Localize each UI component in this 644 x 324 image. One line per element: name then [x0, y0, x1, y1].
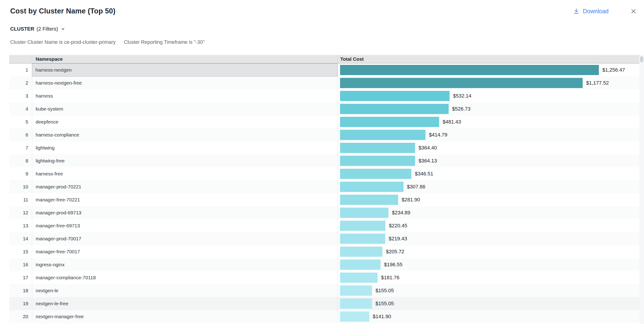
- filter-group-toggle[interactable]: CLUSTER (2 Filters): [10, 26, 66, 32]
- download-button[interactable]: Download: [573, 8, 608, 15]
- cost-value-label: $1,256.47: [602, 67, 625, 73]
- cost-bar: [340, 156, 415, 166]
- cost-bar: [340, 247, 382, 257]
- table-row[interactable]: 15 manager-free-70017 $205.72: [9, 245, 639, 258]
- total-cost-cell: $219.43: [338, 232, 639, 245]
- table-body: 1 harness-nextgen $1,256.47 2 harness-ne…: [9, 64, 639, 323]
- table-row[interactable]: 4 kube-system $526.73: [9, 102, 639, 115]
- filter-group-label: CLUSTER: [10, 26, 34, 32]
- total-cost-cell: $1,256.47: [338, 64, 639, 76]
- table-row[interactable]: 8 lightwing-free $364.13: [9, 154, 639, 167]
- table-row[interactable]: 6 harness-compliance $414.79: [9, 128, 639, 141]
- row-number-cell: 11: [9, 193, 32, 206]
- cost-value-label: $141.90: [373, 313, 391, 319]
- row-number-cell: 4: [9, 102, 32, 115]
- namespace-cell[interactable]: harness-free: [32, 167, 338, 180]
- namespace-cell[interactable]: lightwing: [32, 141, 338, 154]
- cost-value-label: $205.72: [386, 249, 404, 255]
- namespace-cell[interactable]: harness-compliance: [32, 128, 338, 141]
- namespace-cell[interactable]: nextgen-le-free: [32, 297, 338, 310]
- namespace-cell[interactable]: deepfence: [32, 115, 338, 128]
- cost-bar: [340, 78, 583, 88]
- table-row[interactable]: 5 deepfence $481.43: [9, 115, 639, 128]
- row-number-cell: 18: [9, 284, 32, 297]
- namespace-cell[interactable]: manager-free-70017: [32, 245, 338, 258]
- table-row[interactable]: 2 harness-nextgen-free $1,177.52: [9, 76, 639, 89]
- table-row[interactable]: 14 manager-prod-70017 $219.43: [9, 232, 639, 245]
- cost-bar: [340, 117, 439, 127]
- header-actions: Download: [573, 8, 637, 15]
- total-cost-cell: $364.40: [338, 141, 639, 154]
- namespace-cell[interactable]: harness: [32, 89, 338, 102]
- table-row[interactable]: 12 manager-prod-69713 $234.89: [9, 206, 639, 219]
- cost-bar: [340, 104, 448, 114]
- row-number-cell: 19: [9, 297, 32, 310]
- row-number-cell: 10: [9, 180, 32, 193]
- cost-value-label: $155.05: [376, 288, 394, 294]
- namespace-cell[interactable]: nextgen-manager-free: [32, 310, 338, 323]
- vertical-scrollbar-track[interactable]: [639, 55, 644, 324]
- total-cost-cell: $155.05: [338, 284, 639, 297]
- cost-bar: [340, 285, 372, 296]
- close-icon: [630, 8, 637, 15]
- namespace-cell[interactable]: kube-system: [32, 102, 338, 115]
- cost-value-label: $155.05: [376, 301, 394, 307]
- chevron-down-icon: [60, 27, 66, 32]
- namespace-cell[interactable]: manager-prod-69713: [32, 206, 338, 219]
- total-cost-column-header[interactable]: Total Cost: [338, 55, 639, 63]
- table-row[interactable]: 18 nextgen-le $155.05: [9, 284, 639, 297]
- total-cost-cell: $526.73: [338, 102, 639, 115]
- cost-value-label: $307.86: [407, 184, 426, 190]
- table-row[interactable]: 9 harness-free $346.51: [9, 167, 639, 180]
- cost-value-label: $532.14: [453, 93, 472, 99]
- namespace-cell[interactable]: manager-free-69713: [32, 219, 338, 232]
- total-cost-cell: $364.13: [338, 154, 639, 167]
- row-number-cell: 15: [9, 245, 32, 258]
- row-number-cell: 9: [9, 167, 32, 180]
- table-row[interactable]: 1 harness-nextgen $1,256.47: [9, 64, 639, 76]
- cost-bar: [340, 221, 386, 231]
- table-row[interactable]: 11 manager-free-70221 $281.90: [9, 193, 639, 206]
- namespace-cell[interactable]: nextgen-le: [32, 284, 338, 297]
- cost-table: Namespace Total Cost 1 harness-nextgen $…: [9, 55, 639, 324]
- row-number-cell: 6: [9, 128, 32, 141]
- total-cost-cell: $181.76: [338, 271, 639, 284]
- table-row[interactable]: 3 harness $532.14: [9, 89, 639, 102]
- close-button[interactable]: [630, 8, 637, 15]
- vertical-scrollbar-thumb[interactable]: [640, 56, 643, 62]
- table-row[interactable]: 19 nextgen-le-free $155.05: [9, 297, 639, 310]
- cost-bar: [340, 182, 404, 192]
- table-row[interactable]: 17 manager-compliance-70118 $181.76: [9, 271, 639, 284]
- table-row[interactable]: 16 ingress-nginx $196.55: [9, 258, 639, 271]
- download-label: Download: [583, 8, 608, 15]
- row-number-cell: 3: [9, 89, 32, 102]
- row-number-cell: 20: [9, 310, 32, 323]
- cost-bar: [340, 234, 385, 244]
- namespace-cell[interactable]: manager-prod-70017: [32, 232, 338, 245]
- table-header-row: Namespace Total Cost: [9, 55, 639, 64]
- cost-bar: [340, 208, 388, 218]
- namespace-cell[interactable]: ingress-nginx: [32, 258, 338, 271]
- namespace-cell[interactable]: manager-prod-70221: [32, 180, 338, 193]
- cost-value-label: $364.40: [418, 145, 437, 151]
- table-row[interactable]: 20 nextgen-manager-free $141.90: [9, 310, 639, 323]
- namespace-cell[interactable]: lightwing-free: [32, 154, 338, 167]
- row-number-cell: 8: [9, 154, 32, 167]
- row-number-cell: 12: [9, 206, 32, 219]
- cost-value-label: $281.90: [402, 197, 420, 203]
- cost-value-label: $1,177.52: [586, 80, 609, 86]
- namespace-column-header[interactable]: Namespace: [32, 55, 338, 63]
- total-cost-cell: $414.79: [338, 128, 639, 141]
- namespace-cell[interactable]: manager-compliance-70118: [32, 271, 338, 284]
- cost-bar: [340, 260, 380, 270]
- table-row[interactable]: 10 manager-prod-70221 $307.86: [9, 180, 639, 193]
- row-number-cell: 13: [9, 219, 32, 232]
- table-row[interactable]: 13 manager-free-69713 $220.45: [9, 219, 639, 232]
- namespace-cell[interactable]: manager-free-70221: [32, 193, 338, 206]
- table-row[interactable]: 7 lightwing $364.40: [9, 141, 639, 154]
- namespace-cell[interactable]: harness-nextgen: [32, 64, 338, 76]
- total-cost-cell: $196.55: [338, 258, 639, 271]
- namespace-cell[interactable]: harness-nextgen-free: [32, 76, 338, 89]
- total-cost-cell: $220.45: [338, 219, 639, 232]
- applied-filter-timeframe: Cluster Reporting Timeframe is "-30": [124, 39, 205, 45]
